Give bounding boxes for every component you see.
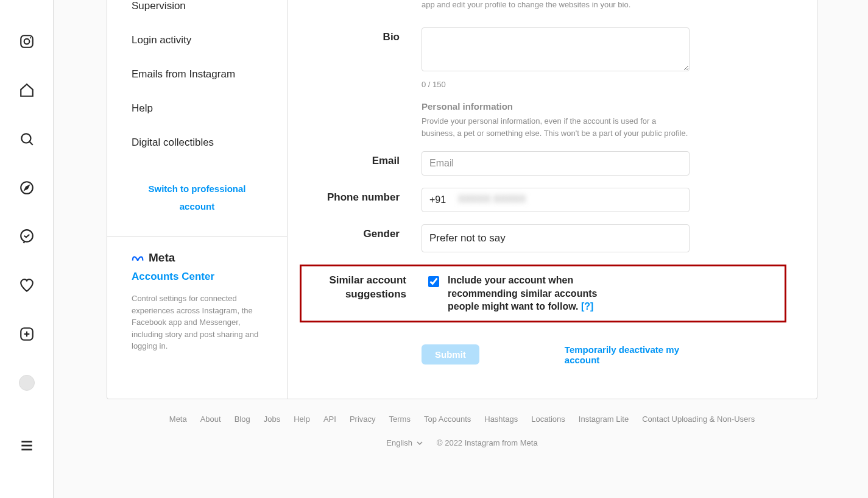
sidebar-item-emails[interactable]: Emails from Instagram [107, 57, 287, 91]
personal-info-desc: Provide your personal information, even … [422, 115, 690, 139]
accounts-center-link[interactable]: Accounts Center [132, 271, 263, 283]
footer-link[interactable]: Privacy [350, 414, 376, 424]
personal-info-title: Personal information [422, 101, 690, 112]
email-input[interactable] [422, 151, 690, 176]
svg-point-3 [21, 133, 30, 143]
gender-select[interactable]: Prefer not to say [422, 224, 690, 252]
email-label: Email [300, 151, 422, 176]
footer-link[interactable]: Jobs [264, 414, 280, 424]
svg-point-1 [24, 39, 29, 44]
footer-links: Meta About Blog Jobs Help API Privacy Te… [107, 414, 817, 424]
messages-icon[interactable] [12, 222, 41, 251]
footer-link[interactable]: Instagram Lite [579, 414, 629, 424]
submit-button[interactable]: Submit [422, 344, 479, 365]
left-nav-rail [0, 0, 54, 498]
svg-rect-0 [21, 35, 33, 48]
footer-copyright: © 2022 Instagram from Meta [437, 438, 538, 447]
sidebar-item-help[interactable]: Help [107, 91, 287, 126]
bio-char-count: 0 / 150 [422, 80, 690, 89]
footer-link[interactable]: Meta [169, 414, 187, 424]
meta-logo: Meta [132, 251, 263, 265]
similar-account-highlight-box: Similar accountsuggestions Include your … [300, 265, 786, 322]
website-hint-truncated: app and edit your profile to change the … [422, 0, 690, 9]
sidebar-item-supervision[interactable]: Supervision [107, 0, 287, 23]
settings-main-card: Supervision Login activity Emails from I… [107, 0, 817, 399]
bio-label: Bio [300, 27, 422, 89]
deactivate-account-link[interactable]: Temporarily deactivate my account [565, 344, 690, 365]
footer-link[interactable]: Blog [235, 414, 250, 424]
svg-line-4 [29, 141, 32, 144]
phone-label: Phone number [300, 188, 422, 212]
similar-help-link[interactable]: [?] [581, 301, 593, 311]
footer-link[interactable]: Hashtags [484, 414, 518, 424]
phone-blurred-segment: XXXXX XXXXX [458, 194, 526, 205]
similar-account-text: Include your account when recommending s… [448, 274, 606, 313]
footer-link[interactable]: Terms [389, 414, 411, 424]
page-footer: Meta About Blog Jobs Help API Privacy Te… [107, 414, 817, 447]
hamburger-menu-icon[interactable] [12, 431, 41, 460]
svg-point-2 [29, 37, 30, 38]
notifications-heart-icon[interactable] [12, 271, 41, 300]
bio-textarea[interactable] [422, 27, 690, 71]
meta-accounts-box: Meta Accounts Center Control settings fo… [107, 236, 287, 367]
edit-profile-content: app and edit your profile to change the … [288, 0, 817, 399]
language-selector[interactable]: English [386, 438, 423, 447]
footer-link[interactable]: Locations [531, 414, 565, 424]
svg-marker-6 [24, 186, 29, 190]
search-icon[interactable] [12, 124, 41, 154]
similar-account-checkbox[interactable] [428, 276, 439, 287]
settings-sidebar: Supervision Login activity Emails from I… [107, 0, 288, 399]
sidebar-item-login-activity[interactable]: Login activity [107, 23, 287, 57]
footer-link[interactable]: About [200, 414, 221, 424]
meta-brand-text: Meta [149, 251, 175, 265]
switch-professional-link[interactable]: Switch to professional account [107, 160, 287, 236]
profile-avatar-icon[interactable] [12, 368, 41, 397]
footer-link[interactable]: Top Accounts [424, 414, 471, 424]
home-icon[interactable] [12, 76, 41, 105]
chevron-down-icon [416, 439, 423, 447]
meta-description: Control settings for connected experienc… [132, 293, 263, 352]
footer-link[interactable]: Contact Uploading & Non-Users [642, 414, 755, 424]
explore-compass-icon[interactable] [12, 173, 41, 202]
sidebar-item-digital-collectibles[interactable]: Digital collectibles [107, 126, 287, 160]
footer-link[interactable]: Help [294, 414, 310, 424]
gender-label: Gender [300, 224, 422, 252]
create-plus-icon[interactable] [12, 319, 41, 349]
similar-account-label: Similar accountsuggestions [306, 274, 428, 313]
instagram-logo-icon[interactable] [12, 27, 41, 56]
footer-link[interactable]: API [323, 414, 336, 424]
